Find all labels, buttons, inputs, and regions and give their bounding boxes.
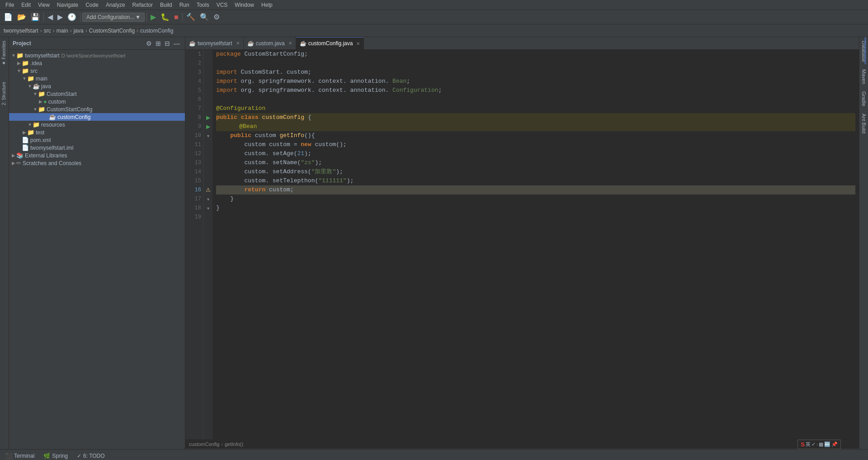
tab-customconfig-java-close[interactable]: ✕	[356, 41, 360, 46]
tree-java[interactable]: ▼ ☕ java	[9, 82, 185, 90]
path-src[interactable]: src	[44, 28, 51, 34]
new-file-btn[interactable]: 📄	[2, 12, 14, 22]
tab-custom-java[interactable]: ☕ custom.java ✕	[244, 37, 296, 49]
path-file[interactable]: customConfig	[140, 28, 173, 34]
database-tab[interactable]: Database	[859, 37, 868, 66]
code-line-12: custom. setAge(21);	[216, 149, 855, 158]
gradle-tab[interactable]: Gradle	[859, 88, 868, 110]
ant-build-tab[interactable]: Ant Build	[859, 110, 868, 137]
tree-iml-label: twomyselfstart.iml	[30, 145, 73, 151]
tree-resources-label: resources	[41, 122, 65, 128]
tree-src[interactable]: ▼ 📁 src	[9, 67, 185, 75]
menu-window[interactable]: Window	[231, 1, 258, 9]
menu-refactor[interactable]: Refactor	[129, 1, 156, 9]
menu-tools[interactable]: Tools	[193, 1, 213, 9]
tree-customstartconfig[interactable]: ▼ 📁 CustomStartConfig	[9, 105, 185, 113]
gutter-16: ⚠	[203, 185, 212, 194]
menu-vcs[interactable]: VCS	[213, 1, 231, 9]
tree-customstart[interactable]: ▼ 📁 CustomStart	[9, 90, 185, 98]
pathbar: twomyselfstart › src › main › java › Cus…	[0, 24, 868, 37]
menu-code[interactable]: Code	[82, 1, 102, 9]
tree-idea-arrow: ▶	[16, 61, 22, 66]
spring-tab[interactable]: 🌿 Spring	[42, 452, 70, 460]
ime-icon-5: 📌	[831, 441, 838, 447]
run-btn[interactable]: ▶	[149, 12, 158, 22]
forward-btn[interactable]: ▶	[56, 12, 65, 22]
tree-customstart-icon: 📁	[38, 90, 45, 97]
tree-idea[interactable]: ▶ 📁 .idea	[9, 59, 185, 67]
sidebar-settings-btn[interactable]: ⚙	[145, 39, 153, 47]
tree-main[interactable]: ▼ 📁 main	[9, 75, 185, 82]
tree-customstartconfig-arrow: ▼	[33, 107, 38, 112]
back-btn[interactable]: ◀	[46, 12, 55, 22]
tab-twomyselfstart[interactable]: ☕ twomyselfstart ✕	[185, 37, 244, 49]
code-line-13: custom. setName("zs");	[216, 158, 855, 167]
code-body[interactable]: package CustomStartConfig; import Custom…	[212, 50, 859, 439]
tree-custom-pkg-arrow: ▶	[38, 99, 43, 104]
sidebar-expand-btn[interactable]: ⊞	[154, 39, 162, 47]
code-line-6	[216, 95, 855, 104]
gutter-9[interactable]: ▶	[203, 122, 212, 131]
favorites-tab[interactable]: ★ Favorites	[0, 37, 9, 69]
editor-area: ☕ twomyselfstart ✕ ☕ custom.java ✕ ☕ cus…	[185, 37, 859, 449]
tree-pomxml[interactable]: 📄 pom.xml	[9, 136, 185, 144]
menu-run[interactable]: Run	[176, 1, 193, 9]
tree-java-arrow: ▼	[27, 84, 33, 89]
gutter-17: ▾	[203, 194, 212, 204]
tree-test[interactable]: ▶ 📁 test	[9, 128, 185, 136]
terminal-icon: ⬛	[5, 453, 12, 459]
search-everywhere-btn[interactable]: 🔍	[198, 12, 211, 22]
toolbar-sep-4	[182, 13, 183, 22]
menu-analyze[interactable]: Analyze	[102, 1, 129, 9]
tree-src-label: src	[30, 68, 38, 74]
recent-btn[interactable]: 🕐	[66, 12, 78, 22]
menu-help[interactable]: Help	[258, 1, 276, 9]
tree-resources[interactable]: ▼ 📁 resources	[9, 121, 185, 128]
tree-root-label: twomyselfstart	[25, 52, 60, 59]
tab-customconfig-java[interactable]: ☕ customConfig.java ✕	[296, 37, 364, 49]
menu-edit[interactable]: Edit	[18, 1, 34, 9]
todo-tab[interactable]: ✓ 6: TODO	[75, 452, 107, 460]
open-btn[interactable]: 📂	[15, 12, 28, 22]
build-btn[interactable]: 🔨	[184, 12, 197, 22]
line-numbers: 1 2 3 4 5 6 7 8 9 10 11 12 13 14 15 16 1…	[185, 50, 203, 439]
path-project[interactable]: twomyselfstart	[4, 28, 38, 34]
tree-root-arrow: ▼	[11, 53, 16, 58]
tree-external-libs[interactable]: ▶ 📚 External Libraries	[9, 152, 185, 159]
menu-view[interactable]: View	[34, 1, 53, 9]
tree-custom-pkg[interactable]: ▶ ● custom	[9, 98, 185, 105]
code-line-5: import org. springframework. context. an…	[216, 86, 855, 95]
path-java[interactable]: java	[74, 28, 84, 34]
maven-tab[interactable]: Maven	[859, 66, 868, 88]
menu-navigate[interactable]: Navigate	[53, 1, 82, 9]
code-line-14: custom. setAddress("加里敦");	[216, 167, 855, 176]
menu-build[interactable]: Build	[156, 1, 176, 9]
code-line-10: public custom getInfo(){	[216, 131, 855, 140]
gutter-8[interactable]: ▶	[203, 113, 212, 122]
tab-customconfig-java-label: customConfig.java	[308, 40, 353, 47]
add-configuration-btn[interactable]: Add Configuration... ▼	[82, 13, 145, 22]
toolbar-sep-1	[43, 13, 44, 22]
save-btn[interactable]: 💾	[29, 12, 42, 22]
terminal-tab[interactable]: ⬛ Terminal	[4, 452, 36, 460]
stop-btn[interactable]: ■	[172, 12, 180, 22]
structure-tab[interactable]: 2: Structure	[0, 78, 9, 109]
tree-root[interactable]: ▼ 📁 twomyselfstart D:\workSpace\twomysel…	[9, 52, 185, 59]
tree-customstart-arrow: ▼	[33, 91, 38, 96]
code-line-17: }	[216, 194, 855, 204]
ime-lang: 英	[806, 441, 811, 448]
sidebar-close-btn[interactable]: —	[172, 39, 181, 47]
path-main[interactable]: main	[57, 28, 68, 34]
debug-btn[interactable]: 🐛	[159, 12, 171, 22]
tree-iml[interactable]: 📄 twomyselfstart.iml	[9, 144, 185, 152]
tree-scratches[interactable]: ▶ ✏ Scratches and Consoles	[9, 159, 185, 167]
code-line-16: return custom;	[216, 185, 855, 194]
path-customstartconfig[interactable]: CustomStartConfig	[89, 28, 135, 34]
tab-custom-java-close[interactable]: ✕	[288, 41, 292, 46]
menu-file[interactable]: File	[2, 1, 18, 9]
tab-twomyselfstart-close[interactable]: ✕	[236, 41, 240, 46]
settings-btn[interactable]: ⚙	[212, 12, 222, 22]
sidebar-collapse-btn[interactable]: ⊟	[163, 39, 171, 47]
tree-customconfig[interactable]: ☕ customConfig	[9, 113, 185, 121]
gutter-18: ▾	[203, 204, 212, 213]
